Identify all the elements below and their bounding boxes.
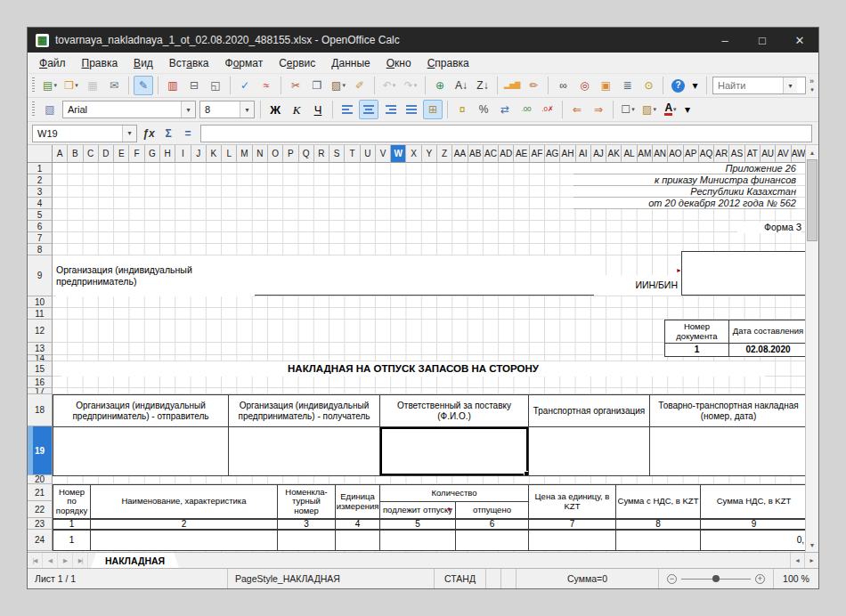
row-header-2[interactable]: 2 [28,174,53,186]
column-header-O[interactable]: O [268,145,283,163]
toolbar-overflow-button[interactable]: » ▾ [809,77,814,93]
next-sheet-button[interactable]: ▶ [58,553,73,568]
column-header-I[interactable]: I [175,145,191,163]
toolbar-grip[interactable] [32,101,35,118]
paste-dropdown-icon[interactable]: ▾ [342,82,346,89]
font-color-dropdown-icon[interactable]: ▾ [673,106,677,113]
col-number-header[interactable]: Номер по порядку [53,485,91,519]
column-header-AU[interactable]: AU [761,145,776,163]
minimize-button[interactable]: – [706,28,744,53]
row-header-19[interactable]: 19 [28,426,53,475]
column-header-H[interactable]: H [160,145,175,163]
column-header-K[interactable]: K [207,145,222,163]
column-header-M[interactable]: M [237,145,252,163]
align-center-button[interactable] [359,100,378,119]
sender-cell[interactable] [53,427,229,476]
page-preview-button[interactable]: ◱ [206,76,225,95]
cut-button[interactable]: ✂ [286,76,305,95]
help-button[interactable]: ? [668,76,687,95]
index-cell[interactable]: 5 [380,519,456,531]
align-left-button[interactable] [338,100,357,119]
receiver-cell[interactable] [229,427,380,476]
formula-button[interactable]: = [178,125,198,142]
zoom-button[interactable]: ⊙ [639,76,658,95]
row-header-24[interactable]: 24 [28,530,53,551]
column-header-S[interactable]: S [329,145,345,163]
col-sum-vat-header[interactable]: Сумма с НДС, в KZT [616,485,701,519]
add-decimal-button[interactable]: .00 [517,100,536,119]
sheet-row-6[interactable] [53,221,805,232]
format-paintbrush-button[interactable]: ✐ [350,76,370,95]
index-cell[interactable]: 1 [53,519,91,531]
align-right-button[interactable] [380,100,400,119]
redo-dropdown-icon[interactable]: ▾ [414,82,418,89]
item-row-number[interactable]: 1 [53,531,91,551]
name-box[interactable]: W19 ▾ [32,125,137,142]
column-header-AE[interactable]: AE [514,145,529,163]
find-dropdown-icon[interactable]: ▾ [783,77,797,93]
column-header-AP[interactable]: AP [684,145,699,163]
column-header-V[interactable]: V [376,145,391,163]
item-cell[interactable] [278,531,336,551]
item-cell[interactable] [91,531,278,551]
doc-number-value[interactable]: 1 [665,344,729,357]
item-cell[interactable] [616,531,701,551]
new-document-button[interactable]: ▤▾ [40,76,60,95]
open-document-button[interactable]: ❒▾ [61,76,81,95]
column-header-AF[interactable]: AF [530,145,545,163]
column-header-B[interactable]: B [68,145,83,163]
column-header-AS[interactable]: AS [729,145,744,163]
column-header-U[interactable]: U [361,145,376,163]
font-color-button[interactable]: A▾ [661,100,680,119]
paste-button[interactable]: ▨▾ [329,76,348,95]
background-color-button[interactable]: ▨▾ [639,100,659,119]
index-cell[interactable]: 6 [456,519,529,531]
edit-mode-button[interactable]: ✎ [134,76,153,95]
menu-tools[interactable]: Сервис [271,54,323,72]
item-cell[interactable] [456,531,529,551]
save-button[interactable]: ▦ [83,76,102,95]
function-wizard-button[interactable]: ƒx [139,125,159,142]
auto-spellcheck-button[interactable]: ≈ [256,76,276,95]
select-all-corner[interactable] [28,145,53,163]
sort-descending-button[interactable]: Z↓ [473,76,492,95]
col-nomenclature-header[interactable]: Номенкла-турный номер [278,485,336,519]
column-header-R[interactable]: R [314,145,329,163]
column-header-D[interactable]: D [99,145,114,163]
transport-org-cell[interactable] [529,427,650,476]
delete-decimal-button[interactable]: .0✗ [538,100,557,119]
column-header-AN[interactable]: AN [653,145,668,163]
column-header-AW[interactable]: AW [792,145,806,163]
email-button[interactable]: ✉ [104,76,124,95]
col-unit-header[interactable]: Единица измерения [336,485,380,519]
index-cell[interactable]: 7 [529,519,616,531]
column-header-Y[interactable]: Y [422,145,437,163]
row-header-18[interactable]: 18 [28,394,53,426]
increase-indent-button[interactable]: ⇒ [589,100,608,119]
row-header-7[interactable]: 7 [28,232,53,244]
responsible-header[interactable]: Ответственный за поставку (Ф.И.О.) [380,395,529,427]
find-replace-button[interactable]: ∞ [553,76,573,95]
menu-format[interactable]: Формат [217,54,272,72]
item-cell[interactable] [380,531,456,551]
column-header-Z[interactable]: Z [437,145,452,163]
row-header-23[interactable]: 23 [28,518,53,530]
sort-ascending-button[interactable]: A↓ [451,76,471,95]
row-header-10[interactable]: 10 [28,296,53,308]
zoom-out-icon[interactable]: − [667,574,677,584]
menu-edit[interactable]: Правка [74,54,126,72]
vertical-scrollbar-thumb[interactable] [807,159,818,241]
row-header-13[interactable]: 13 [28,343,53,355]
formula-input-line[interactable] [200,125,812,142]
row-header-9[interactable]: 9 [28,255,53,296]
toolbar-options-button[interactable]: ▾ [689,76,700,95]
column-header-E[interactable]: E [114,145,129,163]
font-size-combo[interactable]: 8 ▾ [199,101,255,118]
item-cell[interactable] [336,531,380,551]
name-box-dropdown-icon[interactable]: ▾ [122,126,136,142]
row-header-21[interactable]: 21 [28,484,53,501]
index-cell[interactable]: 2 [91,519,278,531]
index-cell[interactable]: 9 [701,519,805,531]
column-header-T[interactable]: T [345,145,360,163]
hyperlink-button[interactable]: ⊕ [430,76,450,95]
